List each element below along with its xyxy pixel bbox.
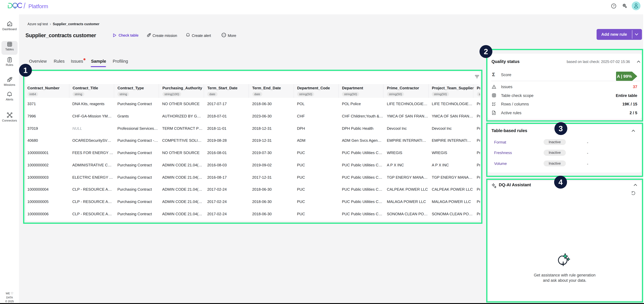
svg-text:?: ? bbox=[613, 4, 614, 8]
